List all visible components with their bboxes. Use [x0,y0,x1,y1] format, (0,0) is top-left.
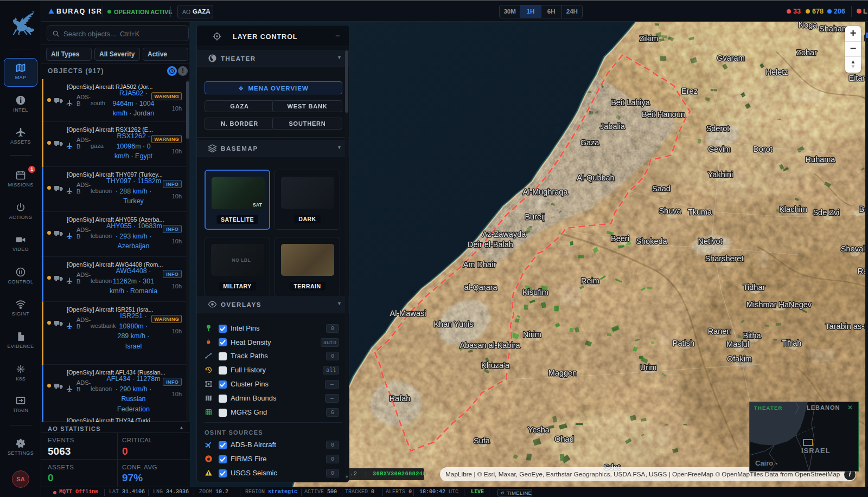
svg-text:Ofakim: Ofakim [727,354,752,363]
svg-text:Maslul: Maslul [726,340,749,348]
svg-text:Saad: Saad [652,184,671,193]
svg-text:Sderot: Sderot [706,124,730,133]
svg-text:Al-Qubbah: Al-Qubbah [577,173,614,182]
svg-text:Ohad: Ohad [554,435,573,443]
svg-text:al-Qarara: al-Qarara [464,283,497,292]
svg-text:Zohar: Zohar [796,48,817,57]
svg-text:Tidhar: Tidhar [743,283,765,292]
svg-text:Shaham: Shaham [819,24,848,33]
svg-text:Ruhama: Ruhama [806,155,836,164]
svg-text:Klachim: Klachim [779,205,807,214]
svg-text:Gevim: Gevim [708,145,731,153]
svg-text:Yakhini: Yakhini [708,170,733,179]
svg-text:Shoval: Shoval [841,244,865,253]
svg-text:Shuva: Shuva [659,206,681,215]
svg-text:Bitha: Bitha [743,331,761,340]
svg-text:Az-Zawayda: Az-Zawayda [482,230,527,238]
svg-text:Beeri: Beeri [611,234,629,243]
svg-text:Sufa: Sufa [474,436,490,445]
svg-text:Rafah: Rafah [390,394,411,403]
svg-text:Abasan al-Kabira: Abasan al-Kabira [459,341,520,350]
svg-text:Beit Lahiya: Beit Lahiya [611,98,650,107]
svg-text:Noga: Noga [799,22,818,29]
svg-text:Mishmar HaNegev: Mishmar HaNegev [746,300,812,309]
svg-text:Eitan: Eitan [848,74,866,82]
svg-text:Dorot: Dorot [753,145,772,153]
svg-text:Ranen: Ranen [708,327,731,335]
svg-text:Heletz: Heletz [765,68,788,76]
svg-text:Shokeda: Shokeda [636,237,667,246]
svg-text:Sde Zvi: Sde Zvi [813,208,839,217]
svg-text:Netivot: Netivot [698,237,722,246]
svg-text:Maggen: Maggen [548,369,577,377]
svg-text:Kisufim: Kisufim [522,288,548,296]
svg-text:Jabalia: Jabalia [600,122,626,131]
svg-text:Zikim: Zikim [640,34,659,43]
svg-text:Patish: Patish [673,339,694,347]
svg-text:Tarabin as-San: Tarabin as-San [825,322,868,331]
svg-text:Deir el-Balah: Deir el-Balah [468,240,513,249]
svg-text:Urim: Urim [640,363,657,372]
svg-text:Gvaram: Gvaram [717,54,745,62]
svg-text:Am Dhair: Am Dhair [463,260,496,269]
svg-text:Bureij: Bureij [525,212,545,221]
svg-text:Khan Yunis: Khan Yunis [433,320,473,328]
svg-text:Nirim: Nirim [523,330,541,339]
svg-text:Reim: Reim [581,276,599,285]
svg-text:Tifrah: Tifrah [782,339,802,347]
svg-text:Khuza'a: Khuza'a [481,361,510,370]
svg-text:Sharsheret: Sharsheret [705,254,744,263]
svg-text:Al-Mawasi: Al-Mawasi [390,309,426,318]
svg-text:Tkuma: Tkuma [688,208,712,216]
svg-text:Al-Mughraqa: Al-Mughraqa [522,188,568,196]
svg-text:Gaza: Gaza [580,138,600,147]
svg-text:Beit Hanoun: Beit Hanoun [642,110,685,119]
svg-text:Yesha: Yesha [528,425,550,434]
svg-text:Erez: Erez [681,87,698,95]
